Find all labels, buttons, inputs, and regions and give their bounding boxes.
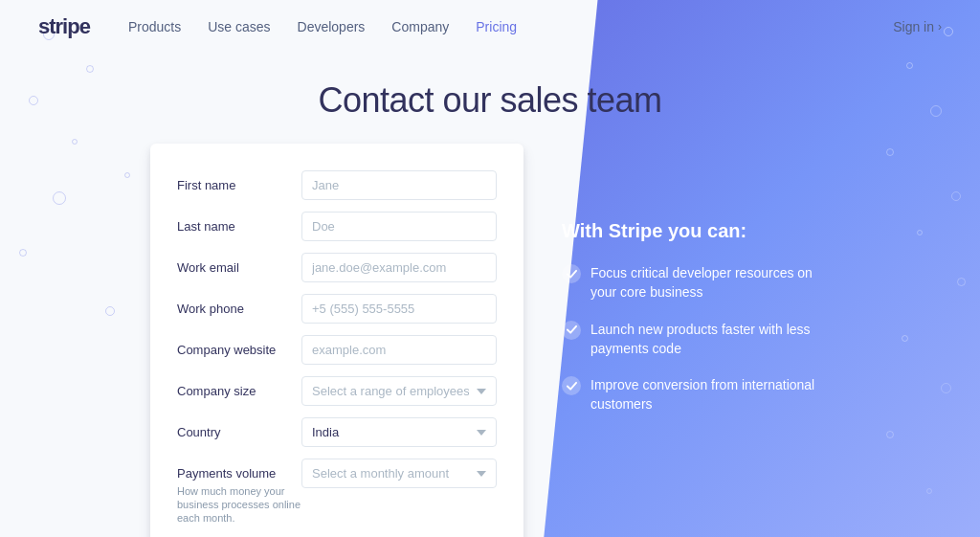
feature-text-1: Focus critical developer resources on yo… <box>590 263 830 302</box>
company-size-select[interactable]: Select a range of employees 1-10 11-50 5… <box>301 376 497 406</box>
nav-use-cases[interactable]: Use cases <box>208 19 270 34</box>
work-email-input[interactable] <box>301 253 497 282</box>
payments-volume-input-wrap: Select a monthly amount Less than $10k $… <box>301 459 497 488</box>
company-website-input-wrap <box>301 335 497 365</box>
nav-developers[interactable]: Developers <box>298 19 366 34</box>
work-phone-input-wrap <box>301 294 497 324</box>
first-name-input-wrap <box>301 170 497 200</box>
nav-links: Products Use cases Developers Company Pr… <box>128 19 893 34</box>
signin-button[interactable]: Sign in › <box>893 19 942 34</box>
country-label: Country <box>177 417 301 441</box>
right-panel: With Stripe you can: Focus critical deve… <box>562 144 830 537</box>
contact-form-card: First name Last name Work email Work pho… <box>150 144 523 537</box>
company-size-input-wrap: Select a range of employees 1-10 11-50 5… <box>301 376 497 406</box>
payments-volume-label: Payments volume How much money your busi… <box>177 459 301 526</box>
signin-arrow: › <box>938 20 942 34</box>
feature-item-1: Focus critical developer resources on yo… <box>562 263 830 302</box>
country-row: Country India United States United Kingd… <box>177 417 497 447</box>
check-icon-3 <box>562 376 581 395</box>
work-email-input-wrap <box>301 253 497 282</box>
check-icon-2 <box>562 321 581 340</box>
payments-volume-select[interactable]: Select a monthly amount Less than $10k $… <box>301 459 497 488</box>
panel-title: With Stripe you can: <box>562 220 830 242</box>
main-content: First name Last name Work email Work pho… <box>0 144 980 537</box>
last-name-label: Last name <box>177 212 301 235</box>
check-icon-1 <box>562 264 581 283</box>
logo: stripe <box>38 14 90 39</box>
last-name-input-wrap <box>301 212 497 241</box>
nav-pricing[interactable]: Pricing <box>476 19 517 34</box>
feature-item-3: Improve conversion from international cu… <box>562 375 830 414</box>
work-email-label: Work email <box>177 253 301 277</box>
feature-text-3: Improve conversion from international cu… <box>590 375 830 414</box>
country-input-wrap: India United States United Kingdom Germa… <box>301 417 497 447</box>
country-select[interactable]: India United States United Kingdom Germa… <box>301 417 497 447</box>
work-phone-input[interactable] <box>301 294 497 324</box>
work-phone-row: Work phone <box>177 294 497 324</box>
company-website-label: Company website <box>177 335 301 359</box>
company-size-label: Company size <box>177 376 301 400</box>
feature-text-2: Launch new products faster with less pay… <box>590 320 830 359</box>
first-name-input[interactable] <box>301 170 497 200</box>
work-phone-label: Work phone <box>177 294 301 318</box>
company-website-row: Company website <box>177 335 497 365</box>
payments-volume-sublabel: How much money your business processes o… <box>177 484 301 526</box>
feature-item-2: Launch new products faster with less pay… <box>562 320 830 359</box>
navbar: stripe Products Use cases Developers Com… <box>0 0 980 54</box>
nav-company[interactable]: Company <box>391 19 449 34</box>
payments-volume-row: Payments volume How much money your busi… <box>177 459 497 526</box>
page-title-section: Contact our sales team <box>0 54 980 144</box>
first-name-label: First name <box>177 170 301 194</box>
last-name-input[interactable] <box>301 212 497 241</box>
nav-products[interactable]: Products <box>128 19 181 34</box>
page-title: Contact our sales team <box>0 80 980 121</box>
first-name-row: First name <box>177 170 497 200</box>
last-name-row: Last name <box>177 212 497 241</box>
company-website-input[interactable] <box>301 335 497 365</box>
work-email-row: Work email <box>177 253 497 282</box>
company-size-row: Company size Select a range of employees… <box>177 376 497 406</box>
